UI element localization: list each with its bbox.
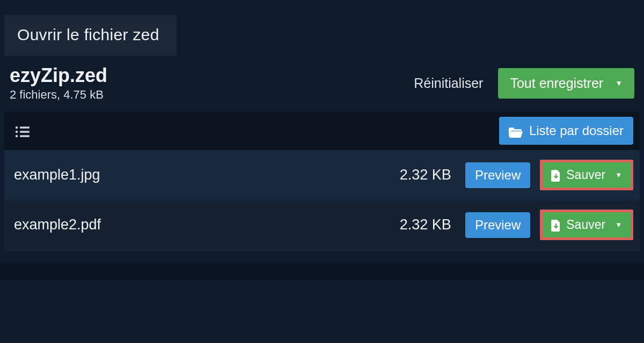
save-highlight: Sauver ▼ (540, 160, 633, 190)
caret-down-icon: ▼ (615, 171, 622, 179)
svg-rect-3 (20, 131, 30, 133)
file-size: 2.32 KB (400, 167, 451, 183)
tab-bar: Ouvrir le fichier zed (4, 15, 640, 56)
archive-name: ezyZip.zed (10, 64, 107, 87)
svg-rect-1 (20, 126, 30, 129)
file-info: ezyZip.zed 2 fichiers, 4.75 kB (10, 64, 107, 102)
header-row: ezyZip.zed 2 fichiers, 4.75 kB Réinitial… (4, 56, 640, 111)
preview-button[interactable]: Preview (465, 162, 530, 188)
save-all-button[interactable]: Tout enregistrer ▼ (498, 68, 634, 99)
list-icon[interactable] (11, 122, 30, 139)
file-name: example1.jpg (14, 167, 390, 183)
file-table: Liste par dossier example1.jpg 2.32 KB P… (4, 111, 640, 252)
save-button[interactable]: Sauver ▼ (543, 212, 631, 237)
save-label: Sauver (566, 168, 605, 182)
table-header: Liste par dossier (4, 111, 640, 150)
file-download-icon (551, 218, 561, 232)
save-all-label: Tout enregistrer (510, 76, 603, 91)
folder-list-label: Liste par dossier (529, 123, 624, 138)
folder-open-icon (509, 123, 523, 138)
save-button[interactable]: Sauver ▼ (543, 162, 631, 188)
tab-label: Ouvrir le fichier zed (17, 26, 159, 43)
reset-link[interactable]: Réinitialiser (414, 76, 483, 91)
archive-summary: 2 fichiers, 4.75 kB (10, 88, 107, 102)
svg-point-0 (16, 126, 18, 128)
preview-button[interactable]: Preview (465, 212, 530, 238)
svg-rect-5 (20, 135, 30, 137)
table-row: example2.pdf 2.32 KB Preview Sauver ▼ (4, 200, 640, 250)
header-actions: Réinitialiser Tout enregistrer ▼ (414, 68, 634, 99)
tab-open-zed[interactable]: Ouvrir le fichier zed (4, 15, 177, 56)
table-row: example1.jpg 2.32 KB Preview Sauver ▼ (4, 150, 640, 200)
save-label: Sauver (566, 218, 605, 232)
file-name: example2.pdf (14, 217, 390, 233)
svg-point-2 (16, 130, 18, 132)
file-download-icon (551, 168, 561, 182)
bottom-bar (0, 264, 644, 280)
save-highlight: Sauver ▼ (540, 210, 633, 240)
caret-down-icon: ▼ (615, 79, 623, 87)
caret-down-icon: ▼ (615, 221, 622, 229)
svg-point-4 (16, 135, 18, 137)
file-size: 2.32 KB (400, 217, 451, 233)
folder-list-button[interactable]: Liste par dossier (499, 117, 633, 145)
